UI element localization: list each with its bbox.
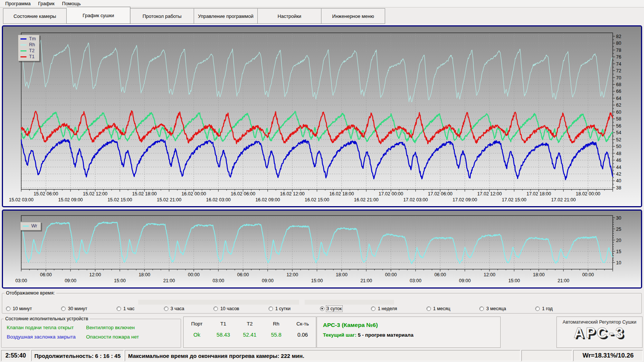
main-chart-panel: 3840424446485052545658606264666870727476… (2, 25, 642, 207)
radio-30-minutes[interactable]: 30 минут (61, 306, 87, 311)
wr-chart-legend: Wr (20, 222, 41, 230)
svg-text:15.02 06:00: 15.02 06:00 (34, 191, 58, 196)
svg-text:62: 62 (616, 103, 621, 108)
svg-text:64: 64 (616, 96, 621, 101)
svg-text:15:00: 15:00 (508, 278, 520, 283)
svg-text:48: 48 (616, 151, 621, 156)
svg-text:17.02 15:00: 17.02 15:00 (502, 197, 526, 202)
radio-10-hours[interactable]: 10 часов (213, 306, 239, 311)
tab-work-log[interactable]: Протокол работы (130, 8, 194, 24)
svg-text:16.02 21:00: 16.02 21:00 (354, 197, 378, 202)
status-bar: 2:55:40 Продолжительность: 6 : 16 : 45 М… (0, 349, 644, 362)
svg-text:17.02 06:00: 17.02 06:00 (428, 191, 453, 196)
svg-text:70: 70 (616, 75, 621, 81)
legend-label-tm: Tm (29, 36, 36, 41)
radio-1-year[interactable]: 1 год (535, 306, 553, 311)
legend-swatch-rh (20, 44, 26, 45)
svg-text:30: 30 (616, 215, 621, 221)
reading-speed: Ск-ть 0.06 (289, 317, 316, 347)
radio-1-hour[interactable]: 1 час (117, 306, 134, 311)
trackbar-strip (138, 300, 299, 305)
radio-circle (213, 306, 218, 311)
legend-label-wr: Wr (31, 223, 37, 229)
svg-text:09:00: 09:00 (459, 278, 470, 283)
svg-text:00:00: 00:00 (385, 272, 397, 277)
radio-circle (6, 306, 10, 311)
svg-text:10: 10 (616, 260, 621, 265)
svg-text:78: 78 (616, 48, 621, 53)
legend-swatch-tm (20, 38, 26, 40)
radio-circle (479, 306, 484, 311)
svg-text:16.02 09:00: 16.02 09:00 (256, 197, 280, 202)
radio-circle (61, 306, 66, 311)
svg-text:12:00: 12:00 (89, 272, 101, 277)
radio-1-day[interactable]: 1 сутки (269, 306, 291, 311)
svg-text:42: 42 (616, 171, 621, 177)
radio-circle (320, 306, 324, 311)
brand-subtitle: Автоматический Регулятор Сушки (557, 319, 642, 325)
svg-text:40: 40 (616, 178, 621, 183)
tab-drying-chart[interactable]: График сушки (67, 7, 130, 24)
menu-graph[interactable]: График (34, 0, 58, 7)
reading-rh: Rh 55.8 (263, 317, 289, 347)
svg-text:15: 15 (616, 249, 621, 254)
radio-3-hours[interactable]: 3 часа (164, 306, 184, 311)
svg-text:18:00: 18:00 (139, 272, 150, 277)
radio-10-minutes[interactable]: 10 минут (6, 306, 32, 311)
menu-help[interactable]: Помощь (58, 0, 85, 7)
radio-3-months[interactable]: 3 месяца (479, 306, 506, 311)
wr-chart[interactable]: 101520253006:0012:0018:0000:0006:0012:00… (3, 211, 641, 287)
tab-program-control[interactable]: Управление программой (194, 8, 258, 24)
status-fan: Вентилятор включен (86, 325, 181, 330)
svg-text:58: 58 (616, 116, 621, 122)
svg-text:06:00: 06:00 (40, 272, 52, 277)
legend-label-rh: Rh (29, 42, 35, 47)
svg-text:00:00: 00:00 (188, 272, 200, 277)
main-chart[interactable]: 3840424446485052545658606264666870727476… (3, 26, 641, 206)
current-step: Текущий шаг: 5 - прогрев материала (323, 332, 500, 338)
tab-chamber-state[interactable]: Состояние камеры (3, 8, 67, 24)
svg-text:15.02 09:00: 15.02 09:00 (58, 197, 83, 202)
trackbar-strip (305, 300, 394, 305)
svg-text:50: 50 (616, 144, 621, 149)
legend-item-t2: T2 (20, 48, 36, 54)
radio-1-week[interactable]: 1 неделя (371, 306, 397, 311)
controller-info-panel: АРС-3 (Камера №6) Текущий шаг: 5 - прогр… (317, 317, 501, 348)
svg-text:03:00: 03:00 (410, 278, 421, 283)
svg-text:25: 25 (616, 227, 621, 232)
svg-text:16.02 15:00: 16.02 15:00 (305, 197, 329, 202)
reading-t1: T1 58.43 (210, 317, 237, 347)
current-step-value: 5 - прогрев материала (358, 332, 413, 338)
svg-text:15.02 15:00: 15.02 15:00 (108, 197, 132, 202)
legend-item-tm: Tm (20, 36, 36, 42)
legend-item-wr: Wr (23, 223, 37, 229)
svg-text:03:00: 03:00 (213, 278, 224, 283)
svg-text:17.02 00:00: 17.02 00:00 (378, 191, 403, 196)
devices-status-grid: Клапан подачи тепла открыт Вентилятор вк… (1, 321, 181, 340)
svg-text:17.02 18:00: 17.02 18:00 (526, 191, 551, 196)
legend-swatch-t2 (20, 50, 26, 51)
current-step-label: Текущий шаг: (323, 332, 356, 338)
svg-text:54: 54 (616, 130, 621, 135)
svg-text:17.02 12:00: 17.02 12:00 (477, 191, 502, 196)
svg-text:12:00: 12:00 (286, 272, 298, 277)
status-duration: Продолжительность: 6 : 16 : 45 (31, 350, 124, 361)
reading-t1-value: 58.43 (210, 332, 237, 338)
reading-t2-value: 52.41 (237, 332, 263, 338)
radio-circle (371, 306, 375, 311)
reading-port: Порт Ok (184, 317, 210, 347)
brand-logo: АРС-3 (557, 325, 642, 341)
reading-speed-value: 0.06 (289, 332, 316, 338)
svg-text:21:00: 21:00 (163, 278, 175, 283)
svg-text:06:00: 06:00 (434, 272, 446, 277)
svg-text:09:00: 09:00 (262, 278, 273, 283)
svg-text:17.02 09:00: 17.02 09:00 (453, 197, 477, 202)
svg-text:16.02 00:00: 16.02 00:00 (181, 191, 206, 196)
radio-3-days[interactable]: 3 суток (320, 306, 342, 311)
radio-1-month[interactable]: 1 месяц (426, 306, 450, 311)
menu-program[interactable]: Программа (1, 0, 34, 7)
tab-settings[interactable]: Настройки (258, 8, 321, 24)
time-range-title: Отображаемое время: (4, 290, 56, 296)
reading-rh-value: 55.8 (263, 332, 289, 338)
tab-engineering-menu[interactable]: Инженерное меню (321, 8, 385, 24)
